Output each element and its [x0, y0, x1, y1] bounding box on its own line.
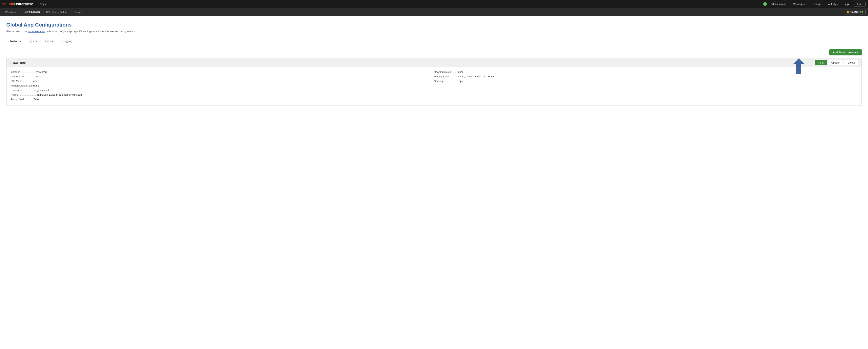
detail-row: Reading Roles ......... user — [434, 70, 858, 73]
workbench-nav[interactable]: Workbench — [2, 8, 21, 16]
detail-row: Instance ..................... aws-prod — [10, 70, 434, 73]
instance-header-actions: Ping Update Delete — [815, 60, 858, 65]
top-nav: splunk>enterprise Apps ▾ ✓ Administrator… — [0, 0, 868, 8]
instance-section: ⌄ aws-prod Ping Update Delete Instance .… — [6, 58, 862, 106]
main-content: Global App Configurations Please refer t… — [0, 16, 868, 111]
detail-row: Writing Roles .......... admin, elastic_… — [434, 75, 858, 78]
instance-name: aws-prod — [13, 61, 26, 64]
activity-dropdown-icon: ▾ — [837, 3, 838, 5]
settings-label: Settings — [812, 3, 821, 5]
find-button[interactable]: Find — [854, 2, 866, 6]
tabs: Instance Query License Logging — [6, 38, 862, 45]
admin-nav[interactable]: Administrator ▾ — [769, 0, 789, 8]
collapse-icon[interactable]: ⌄ — [10, 61, 12, 64]
help-nav[interactable]: Help ▾ — [841, 0, 852, 8]
settings-dropdown-icon: ▾ — [822, 3, 823, 5]
ping-button[interactable]: Ping — [815, 60, 827, 65]
detail-row: Authentication Mod basic — [10, 84, 434, 87]
activity-label: Activity — [828, 3, 836, 5]
apps-dropdown-icon: ▾ — [46, 3, 47, 5]
splunk-logo: splunk>enterprise — [2, 2, 33, 6]
delete-button[interactable]: Delete — [844, 60, 858, 65]
dsl-query-builder-label: DSL Query Builder — [46, 11, 67, 14]
detail-row: Proxy Used ............. false — [10, 98, 434, 101]
logo[interactable]: splunk>enterprise — [2, 2, 33, 6]
add-elastic-instance-button[interactable]: Add Elastic Instance — [829, 49, 862, 56]
elasticspl-brand: ElasticSPL — [845, 10, 866, 14]
activity-nav[interactable]: Activity ▾ — [826, 0, 840, 8]
status-icon: ✓ — [763, 2, 767, 6]
apps-nav[interactable]: Apps ▾ — [38, 0, 50, 8]
messages-nav[interactable]: Messages ▾ — [791, 0, 808, 8]
admin-label: Administrator — [771, 3, 786, 5]
apps-label: Apps — [40, 3, 46, 5]
instance-header-left: ⌄ aws-prod — [10, 61, 26, 64]
messages-label: Messages — [793, 3, 805, 5]
orange-dot-icon — [847, 11, 849, 13]
dsl-query-builder-nav[interactable]: DSL Query Builder — [43, 8, 70, 16]
configuration-nav[interactable]: Configuration — [22, 8, 42, 16]
detail-row: Max Results ........... 100000 — [10, 75, 434, 78]
detail-row: Sharing ..................... app — [434, 80, 858, 83]
detail-col-right: Reading Roles ......... userWriting Role… — [434, 70, 858, 102]
detail-row: SSL Mode .............. none — [10, 80, 434, 83]
admin-dropdown-icon: ▾ — [786, 3, 787, 5]
detail-col-left: Instance ..................... aws-prodM… — [10, 70, 434, 102]
tab-logging[interactable]: Logging — [58, 38, 76, 45]
detail-row: Nodes .......................... https:/… — [10, 93, 434, 96]
tab-instance[interactable]: Instance — [6, 38, 26, 45]
help-label: Help — [843, 3, 849, 5]
configuration-label: Configuration — [25, 10, 40, 13]
instance-details: Instance ..................... aws-prodM… — [6, 67, 862, 105]
search-nav[interactable]: Search — [71, 8, 85, 16]
sub-nav: Workbench Configuration DSL Query Builde… — [0, 8, 868, 16]
search-label: Search — [74, 11, 82, 14]
tab-query[interactable]: Query — [26, 38, 41, 45]
detail-row: Username .............. srv_elasticspl — [10, 89, 434, 92]
tab-license[interactable]: License — [41, 38, 58, 45]
update-button[interactable]: Update — [828, 60, 843, 65]
help-dropdown-icon: ▾ — [849, 3, 850, 5]
add-instance-container: Add Elastic Instance — [6, 49, 862, 56]
instance-header: ⌄ aws-prod Ping Update Delete — [6, 58, 862, 67]
page-subtitle: Please refer to the documentation on how… — [6, 30, 862, 33]
settings-nav[interactable]: Settings ▾ — [810, 0, 825, 8]
documentation-link[interactable]: documentation — [28, 30, 45, 33]
page-title: Global App Configurations — [6, 22, 862, 28]
messages-dropdown-icon: ▾ — [805, 3, 806, 5]
workbench-label: Workbench — [5, 11, 18, 14]
